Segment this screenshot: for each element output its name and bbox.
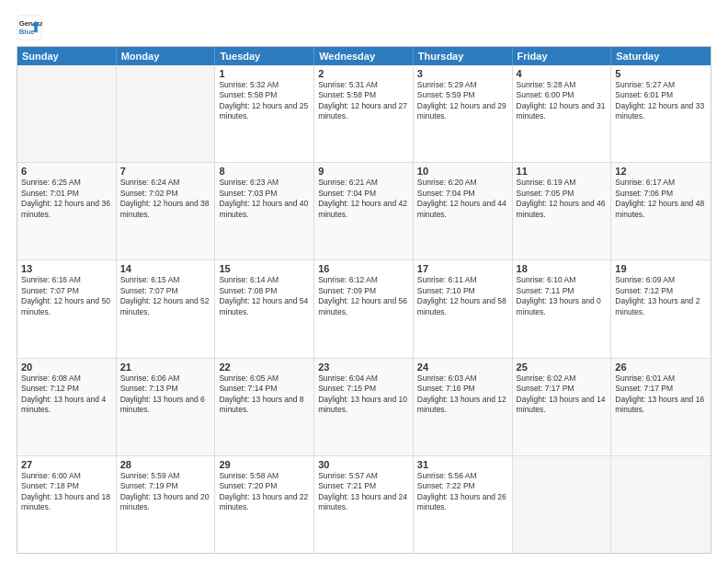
day-number: 27 — [21, 459, 112, 470]
cell-info: Sunrise: 6:03 AM Sunset: 7:16 PM Dayligh… — [417, 373, 508, 416]
cell-info: Sunrise: 6:04 AM Sunset: 7:15 PM Dayligh… — [318, 373, 409, 416]
cell-info: Sunrise: 6:24 AM Sunset: 7:02 PM Dayligh… — [120, 178, 211, 220]
day-number: 3 — [417, 68, 508, 79]
day-number: 5 — [615, 68, 707, 79]
day-number: 11 — [517, 166, 608, 177]
cell-info: Sunrise: 6:17 AM Sunset: 7:06 PM Dayligh… — [615, 178, 707, 220]
empty-cell — [611, 456, 711, 553]
day-number: 26 — [615, 362, 707, 373]
day-number: 29 — [219, 459, 310, 470]
header-thursday: Thursday — [414, 47, 513, 65]
day-number: 6 — [21, 166, 112, 177]
cell-info: Sunrise: 6:10 AM Sunset: 7:11 PM Dayligh… — [517, 275, 608, 317]
day-cell-8: 8Sunrise: 6:23 AM Sunset: 7:03 PM Daylig… — [215, 163, 314, 259]
day-number: 20 — [21, 362, 112, 373]
cell-info: Sunrise: 5:28 AM Sunset: 6:00 PM Dayligh… — [517, 80, 608, 122]
day-cell-17: 17Sunrise: 6:11 AM Sunset: 7:10 PM Dayli… — [414, 260, 513, 357]
header-monday: Monday — [117, 47, 216, 65]
empty-cell — [513, 456, 612, 553]
day-cell-28: 28Sunrise: 5:59 AM Sunset: 7:19 PM Dayli… — [117, 456, 216, 553]
day-cell-3: 3Sunrise: 5:29 AM Sunset: 5:59 PM Daylig… — [414, 65, 513, 162]
day-cell-9: 9Sunrise: 6:21 AM Sunset: 7:04 PM Daylig… — [314, 163, 414, 259]
day-cell-12: 12Sunrise: 6:17 AM Sunset: 7:06 PM Dayli… — [611, 163, 711, 259]
header-sunday: Sunday — [17, 47, 117, 65]
logo: General Blue — [17, 15, 42, 40]
day-number: 24 — [417, 362, 508, 373]
day-cell-31: 31Sunrise: 5:56 AM Sunset: 7:22 PM Dayli… — [414, 456, 513, 553]
day-number: 2 — [318, 68, 409, 79]
calendar-row-2: 13Sunrise: 6:16 AM Sunset: 7:07 PM Dayli… — [17, 259, 711, 357]
day-cell-5: 5Sunrise: 5:27 AM Sunset: 6:01 PM Daylig… — [611, 65, 711, 162]
header: General Blue — [17, 15, 711, 40]
svg-text:Blue: Blue — [19, 28, 36, 36]
day-number: 19 — [615, 263, 707, 274]
day-number: 28 — [120, 459, 211, 470]
day-number: 1 — [219, 68, 310, 79]
cell-info: Sunrise: 6:21 AM Sunset: 7:04 PM Dayligh… — [318, 178, 409, 220]
day-number: 25 — [517, 362, 608, 373]
day-number: 30 — [318, 459, 409, 470]
day-cell-10: 10Sunrise: 6:20 AM Sunset: 7:04 PM Dayli… — [414, 163, 513, 259]
day-number: 23 — [318, 362, 409, 373]
day-cell-1: 1Sunrise: 5:32 AM Sunset: 5:58 PM Daylig… — [215, 65, 314, 162]
day-number: 16 — [318, 263, 409, 274]
cell-info: Sunrise: 6:25 AM Sunset: 7:01 PM Dayligh… — [21, 178, 112, 220]
day-cell-29: 29Sunrise: 5:58 AM Sunset: 7:20 PM Dayli… — [215, 456, 314, 553]
cell-info: Sunrise: 6:09 AM Sunset: 7:12 PM Dayligh… — [615, 275, 707, 317]
day-cell-26: 26Sunrise: 6:01 AM Sunset: 7:17 PM Dayli… — [611, 359, 711, 455]
day-cell-15: 15Sunrise: 6:14 AM Sunset: 7:08 PM Dayli… — [215, 260, 314, 357]
cell-info: Sunrise: 6:19 AM Sunset: 7:05 PM Dayligh… — [517, 178, 608, 220]
day-number: 12 — [615, 166, 707, 177]
day-cell-16: 16Sunrise: 6:12 AM Sunset: 7:09 PM Dayli… — [314, 260, 414, 357]
day-number: 7 — [120, 166, 211, 177]
day-cell-20: 20Sunrise: 6:08 AM Sunset: 7:12 PM Dayli… — [17, 359, 117, 455]
cell-info: Sunrise: 5:57 AM Sunset: 7:21 PM Dayligh… — [318, 471, 409, 513]
day-cell-27: 27Sunrise: 6:00 AM Sunset: 7:18 PM Dayli… — [17, 456, 117, 553]
header-tuesday: Tuesday — [215, 47, 314, 65]
cell-info: Sunrise: 6:05 AM Sunset: 7:14 PM Dayligh… — [219, 373, 310, 416]
cell-info: Sunrise: 6:20 AM Sunset: 7:04 PM Dayligh… — [417, 178, 508, 220]
cell-info: Sunrise: 6:01 AM Sunset: 7:17 PM Dayligh… — [615, 373, 707, 416]
day-number: 14 — [120, 263, 211, 274]
day-cell-30: 30Sunrise: 5:57 AM Sunset: 7:21 PM Dayli… — [314, 456, 414, 553]
cell-info: Sunrise: 6:06 AM Sunset: 7:13 PM Dayligh… — [120, 373, 211, 416]
day-number: 15 — [219, 263, 310, 274]
calendar: SundayMondayTuesdayWednesdayThursdayFrid… — [17, 46, 711, 554]
calendar-row-0: 1Sunrise: 5:32 AM Sunset: 5:58 PM Daylig… — [17, 65, 711, 162]
cell-info: Sunrise: 6:11 AM Sunset: 7:10 PM Dayligh… — [417, 275, 508, 317]
cell-info: Sunrise: 6:14 AM Sunset: 7:08 PM Dayligh… — [219, 275, 310, 317]
day-cell-14: 14Sunrise: 6:15 AM Sunset: 7:07 PM Dayli… — [117, 260, 216, 357]
svg-text:General: General — [19, 19, 42, 28]
page: General Blue SundayMondayTuesdayWednesda… — [0, 0, 728, 563]
cell-info: Sunrise: 6:00 AM Sunset: 7:18 PM Dayligh… — [21, 471, 112, 513]
day-cell-25: 25Sunrise: 6:02 AM Sunset: 7:17 PM Dayli… — [513, 359, 612, 455]
cell-info: Sunrise: 6:12 AM Sunset: 7:09 PM Dayligh… — [318, 275, 409, 317]
day-cell-6: 6Sunrise: 6:25 AM Sunset: 7:01 PM Daylig… — [17, 163, 117, 259]
cell-info: Sunrise: 5:32 AM Sunset: 5:58 PM Dayligh… — [219, 80, 310, 122]
cell-info: Sunrise: 5:59 AM Sunset: 7:19 PM Dayligh… — [120, 471, 211, 513]
empty-cell — [117, 65, 216, 162]
cell-info: Sunrise: 5:58 AM Sunset: 7:20 PM Dayligh… — [219, 471, 310, 513]
day-cell-21: 21Sunrise: 6:06 AM Sunset: 7:13 PM Dayli… — [117, 359, 216, 455]
day-cell-24: 24Sunrise: 6:03 AM Sunset: 7:16 PM Dayli… — [414, 359, 513, 455]
day-cell-11: 11Sunrise: 6:19 AM Sunset: 7:05 PM Dayli… — [513, 163, 612, 259]
header-saturday: Saturday — [611, 47, 711, 65]
cell-info: Sunrise: 5:27 AM Sunset: 6:01 PM Dayligh… — [615, 80, 707, 122]
day-number: 8 — [219, 166, 310, 177]
cell-info: Sunrise: 6:02 AM Sunset: 7:17 PM Dayligh… — [517, 373, 608, 416]
calendar-row-1: 6Sunrise: 6:25 AM Sunset: 7:01 PM Daylig… — [17, 162, 711, 259]
day-number: 31 — [417, 459, 508, 470]
day-cell-19: 19Sunrise: 6:09 AM Sunset: 7:12 PM Dayli… — [611, 260, 711, 357]
cell-info: Sunrise: 5:29 AM Sunset: 5:59 PM Dayligh… — [417, 80, 508, 122]
header-wednesday: Wednesday — [314, 47, 414, 65]
day-cell-7: 7Sunrise: 6:24 AM Sunset: 7:02 PM Daylig… — [117, 163, 216, 259]
logo-icon: General Blue — [17, 15, 42, 40]
empty-cell — [17, 65, 117, 162]
day-number: 22 — [219, 362, 310, 373]
day-cell-13: 13Sunrise: 6:16 AM Sunset: 7:07 PM Dayli… — [17, 260, 117, 357]
calendar-row-4: 27Sunrise: 6:00 AM Sunset: 7:18 PM Dayli… — [17, 455, 711, 553]
header-friday: Friday — [513, 47, 612, 65]
calendar-row-3: 20Sunrise: 6:08 AM Sunset: 7:12 PM Dayli… — [17, 358, 711, 455]
day-number: 9 — [318, 166, 409, 177]
cell-info: Sunrise: 6:08 AM Sunset: 7:12 PM Dayligh… — [21, 373, 112, 416]
